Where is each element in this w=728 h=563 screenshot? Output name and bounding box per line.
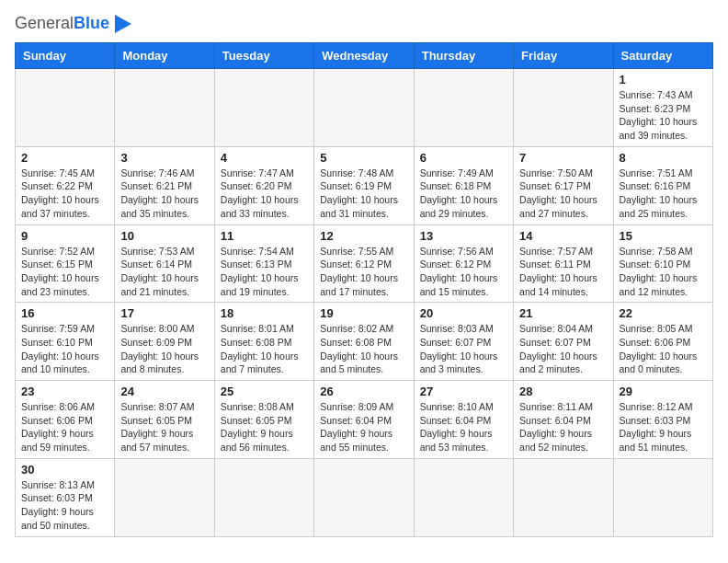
calendar-cell: 18Sunrise: 8:01 AM Sunset: 6:08 PM Dayli… <box>214 303 313 381</box>
week-row-4: 16Sunrise: 7:59 AM Sunset: 6:10 PM Dayli… <box>16 303 713 381</box>
day-info: Sunrise: 7:52 AM Sunset: 6:15 PM Dayligh… <box>21 245 108 299</box>
calendar-cell: 17Sunrise: 8:00 AM Sunset: 6:09 PM Dayli… <box>115 303 214 381</box>
calendar-cell: 10Sunrise: 7:53 AM Sunset: 6:14 PM Dayli… <box>115 224 214 303</box>
calendar-cell: 28Sunrise: 8:11 AM Sunset: 6:04 PM Dayli… <box>514 381 613 459</box>
day-info: Sunrise: 8:02 AM Sunset: 6:08 PM Dayligh… <box>320 322 407 376</box>
day-number: 23 <box>21 385 108 398</box>
calendar-cell: 14Sunrise: 7:57 AM Sunset: 6:11 PM Dayli… <box>514 224 613 303</box>
day-number: 29 <box>620 385 707 398</box>
week-row-5: 23Sunrise: 8:06 AM Sunset: 6:06 PM Dayli… <box>16 381 713 459</box>
day-number: 24 <box>120 385 208 398</box>
day-number: 17 <box>120 306 208 320</box>
day-number: 1 <box>620 73 707 86</box>
calendar-cell: 20Sunrise: 8:03 AM Sunset: 6:07 PM Dayli… <box>414 303 513 381</box>
calendar-cell: 29Sunrise: 8:12 AM Sunset: 6:03 PM Dayli… <box>613 381 712 459</box>
day-info: Sunrise: 7:54 AM Sunset: 6:13 PM Dayligh… <box>221 245 308 299</box>
day-info: Sunrise: 7:50 AM Sunset: 6:17 PM Dayligh… <box>519 167 607 221</box>
calendar-cell: 21Sunrise: 8:04 AM Sunset: 6:07 PM Dayli… <box>514 303 613 381</box>
day-number: 30 <box>21 463 108 477</box>
day-info: Sunrise: 8:13 AM Sunset: 6:03 PM Dayligh… <box>21 478 108 533</box>
calendar-cell <box>214 69 313 147</box>
day-number: 4 <box>221 151 308 165</box>
day-info: Sunrise: 8:08 AM Sunset: 6:05 PM Dayligh… <box>221 400 308 454</box>
calendar-cell: 12Sunrise: 7:55 AM Sunset: 6:12 PM Dayli… <box>314 224 414 303</box>
logo-text: GeneralBlue <box>15 15 109 33</box>
day-number: 9 <box>21 229 108 243</box>
calendar-cell: 30Sunrise: 8:13 AM Sunset: 6:03 PM Dayli… <box>16 458 115 536</box>
calendar-header-tuesday: Tuesday <box>214 43 313 69</box>
day-info: Sunrise: 7:55 AM Sunset: 6:12 PM Dayligh… <box>320 245 407 299</box>
calendar-cell: 9Sunrise: 7:52 AM Sunset: 6:15 PM Daylig… <box>16 224 115 303</box>
calendar-cell: 24Sunrise: 8:07 AM Sunset: 6:05 PM Dayli… <box>115 381 214 459</box>
day-info: Sunrise: 8:12 AM Sunset: 6:03 PM Dayligh… <box>620 400 707 454</box>
day-number: 19 <box>320 306 407 320</box>
day-info: Sunrise: 7:49 AM Sunset: 6:18 PM Dayligh… <box>420 167 507 221</box>
day-number: 3 <box>120 151 208 165</box>
day-info: Sunrise: 8:03 AM Sunset: 6:07 PM Dayligh… <box>420 322 507 376</box>
calendar-cell: 27Sunrise: 8:10 AM Sunset: 6:04 PM Dayli… <box>414 381 513 459</box>
day-info: Sunrise: 7:48 AM Sunset: 6:19 PM Dayligh… <box>320 167 407 221</box>
day-info: Sunrise: 7:45 AM Sunset: 6:22 PM Dayligh… <box>21 167 108 221</box>
day-info: Sunrise: 7:56 AM Sunset: 6:12 PM Dayligh… <box>420 245 507 299</box>
week-row-3: 9Sunrise: 7:52 AM Sunset: 6:15 PM Daylig… <box>16 224 713 303</box>
day-info: Sunrise: 7:57 AM Sunset: 6:11 PM Dayligh… <box>519 245 607 299</box>
calendar-cell: 25Sunrise: 8:08 AM Sunset: 6:05 PM Dayli… <box>214 381 313 459</box>
day-info: Sunrise: 7:43 AM Sunset: 6:23 PM Dayligh… <box>620 88 707 143</box>
day-info: Sunrise: 7:58 AM Sunset: 6:10 PM Dayligh… <box>620 245 707 299</box>
calendar-cell: 3Sunrise: 7:46 AM Sunset: 6:21 PM Daylig… <box>115 146 214 224</box>
day-info: Sunrise: 7:47 AM Sunset: 6:20 PM Dayligh… <box>221 167 308 221</box>
calendar-cell: 11Sunrise: 7:54 AM Sunset: 6:13 PM Dayli… <box>214 224 313 303</box>
day-info: Sunrise: 8:10 AM Sunset: 6:04 PM Dayligh… <box>420 400 507 454</box>
day-number: 22 <box>620 306 707 320</box>
day-number: 27 <box>420 385 507 398</box>
calendar-cell: 26Sunrise: 8:09 AM Sunset: 6:04 PM Dayli… <box>314 381 414 459</box>
day-number: 25 <box>221 385 308 398</box>
calendar-cell <box>514 458 613 536</box>
week-row-1: 1Sunrise: 7:43 AM Sunset: 6:23 PM Daylig… <box>16 69 713 147</box>
calendar-cell <box>16 69 115 147</box>
calendar-cell <box>414 69 513 147</box>
day-number: 20 <box>420 306 507 320</box>
calendar-cell: 8Sunrise: 7:51 AM Sunset: 6:16 PM Daylig… <box>613 146 712 224</box>
calendar-cell: 15Sunrise: 7:58 AM Sunset: 6:10 PM Dayli… <box>613 224 712 303</box>
day-number: 15 <box>620 229 707 243</box>
calendar-cell <box>414 458 513 536</box>
day-number: 13 <box>420 229 507 243</box>
calendar-cell: 4Sunrise: 7:47 AM Sunset: 6:20 PM Daylig… <box>214 146 313 224</box>
day-number: 12 <box>320 229 407 243</box>
calendar-cell <box>314 69 414 147</box>
day-info: Sunrise: 8:04 AM Sunset: 6:07 PM Dayligh… <box>519 322 607 376</box>
logo-icon <box>115 15 131 33</box>
calendar: SundayMondayTuesdayWednesdayThursdayFrid… <box>15 42 713 537</box>
logo: GeneralBlue <box>15 15 131 33</box>
day-info: Sunrise: 8:11 AM Sunset: 6:04 PM Dayligh… <box>519 400 607 454</box>
calendar-header-row: SundayMondayTuesdayWednesdayThursdayFrid… <box>16 43 713 69</box>
calendar-cell: 2Sunrise: 7:45 AM Sunset: 6:22 PM Daylig… <box>16 146 115 224</box>
calendar-header-friday: Friday <box>514 43 613 69</box>
calendar-cell: 13Sunrise: 7:56 AM Sunset: 6:12 PM Dayli… <box>414 224 513 303</box>
day-number: 8 <box>620 151 707 165</box>
calendar-cell <box>514 69 613 147</box>
calendar-header-thursday: Thursday <box>414 43 513 69</box>
day-number: 2 <box>21 151 108 165</box>
day-info: Sunrise: 8:09 AM Sunset: 6:04 PM Dayligh… <box>320 400 407 454</box>
day-info: Sunrise: 8:05 AM Sunset: 6:06 PM Dayligh… <box>620 322 707 376</box>
calendar-cell: 5Sunrise: 7:48 AM Sunset: 6:19 PM Daylig… <box>314 146 414 224</box>
calendar-header-wednesday: Wednesday <box>314 43 414 69</box>
day-info: Sunrise: 8:06 AM Sunset: 6:06 PM Dayligh… <box>21 400 108 454</box>
calendar-cell <box>214 458 313 536</box>
week-row-6: 30Sunrise: 8:13 AM Sunset: 6:03 PM Dayli… <box>16 458 713 536</box>
day-number: 21 <box>519 306 607 320</box>
day-info: Sunrise: 8:01 AM Sunset: 6:08 PM Dayligh… <box>221 322 308 376</box>
day-number: 7 <box>519 151 607 165</box>
header: GeneralBlue <box>15 15 713 33</box>
calendar-cell: 19Sunrise: 8:02 AM Sunset: 6:08 PM Dayli… <box>314 303 414 381</box>
calendar-header-sunday: Sunday <box>16 43 115 69</box>
day-info: Sunrise: 7:51 AM Sunset: 6:16 PM Dayligh… <box>620 167 707 221</box>
day-number: 28 <box>519 385 607 398</box>
calendar-cell: 6Sunrise: 7:49 AM Sunset: 6:18 PM Daylig… <box>414 146 513 224</box>
calendar-cell: 23Sunrise: 8:06 AM Sunset: 6:06 PM Dayli… <box>16 381 115 459</box>
day-number: 6 <box>420 151 507 165</box>
day-number: 10 <box>120 229 208 243</box>
day-number: 14 <box>519 229 607 243</box>
